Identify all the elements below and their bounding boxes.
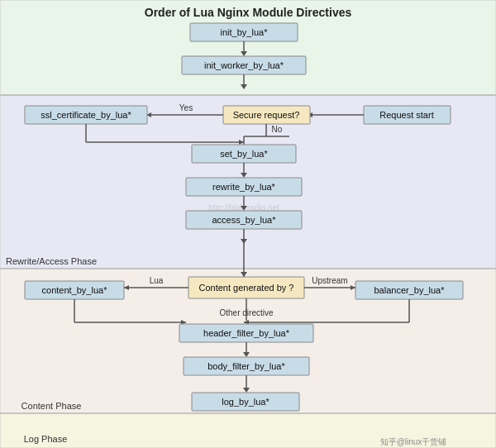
other-directive-label: Other directive xyxy=(219,308,273,317)
content-by-lua-label: content_by_lua* xyxy=(42,285,108,295)
log-label: Log Phase xyxy=(24,434,68,444)
diagram-wrapper: Order of Lua Nginx Module Directives ini… xyxy=(0,0,496,448)
footer-text: 知乎@linux干货铺 xyxy=(380,437,447,446)
init-worker-label: init_worker_by_lua* xyxy=(204,60,284,70)
access-by-lua-label: access_by_lua* xyxy=(212,215,276,225)
ssl-cert-label: ssl_certificate_by_lua* xyxy=(41,110,131,120)
balancer-by-lua-label: balancer_by_lua* xyxy=(374,285,445,295)
log-by-lua-label: log_by_lua* xyxy=(222,397,269,407)
request-start-label: Request start xyxy=(379,110,433,120)
no-label: No xyxy=(272,125,283,134)
content-label: Content Phase xyxy=(21,401,82,411)
yes-label: Yes xyxy=(179,103,193,112)
secure-request-label: Secure request? xyxy=(233,110,300,120)
header-filter-label: header_filter_by_lua* xyxy=(203,328,290,338)
init-by-lua-label: init_by_lua* xyxy=(221,27,269,37)
rewrite-by-lua-label: rewrite_by_lua* xyxy=(212,182,276,192)
lua-label: Lua xyxy=(150,276,164,285)
upstream-label: Upstream xyxy=(312,276,347,285)
set-by-lua-label: set_by_lua* xyxy=(220,149,268,159)
content-generated-label: Content generated by ? xyxy=(199,283,294,293)
rewrite-label: Rewrite/Access Phase xyxy=(6,256,97,266)
body-filter-label: body_filter_by_lua* xyxy=(207,361,285,371)
title-text: Order of Lua Nginx Module Directives xyxy=(145,6,352,19)
flowchart-svg: Order of Lua Nginx Module Directives ini… xyxy=(0,0,496,448)
